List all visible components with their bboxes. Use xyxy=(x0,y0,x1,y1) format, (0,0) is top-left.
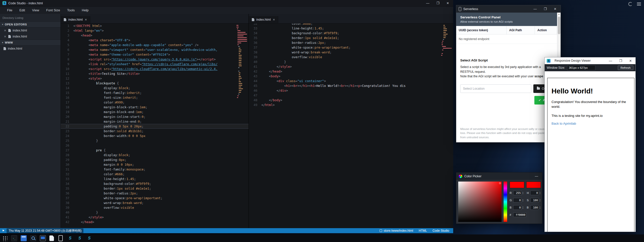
editor-pane-left[interactable]: index.html ✕ 1<!DOCTYPE html>2<html lang… xyxy=(61,14,249,228)
code-line[interactable]: 26 xyxy=(61,143,249,148)
refresh-button[interactable]: Refresh xyxy=(618,65,633,70)
code-line[interactable]: 3 <head> xyxy=(61,33,249,38)
tab-index-html[interactable]: index.html ✕ xyxy=(61,16,90,23)
maximize-icon[interactable]: ❐ xyxy=(436,2,439,5)
scroll-up-icon[interactable]: ▲ xyxy=(557,13,561,16)
code-line[interactable]: 37 white-space:pre-wrap!important; xyxy=(61,196,249,200)
code-line[interactable]: 41 </style> xyxy=(249,64,453,69)
tab-close-icon[interactable]: ✕ xyxy=(85,18,87,21)
code-line[interactable]: 21 margin-inline-end:0; xyxy=(61,119,249,124)
menu-edit[interactable]: Edit xyxy=(16,7,28,14)
maximize-icon[interactable]: ❐ xyxy=(619,59,622,62)
phone-icon[interactable] xyxy=(57,235,64,241)
close-icon[interactable]: ✕ xyxy=(4,29,7,32)
code-line[interactable]: 45 <h1><br></h1><h1>Hello World!<br></h1… xyxy=(249,83,453,88)
minimize-icon[interactable]: — xyxy=(533,7,537,11)
code-line[interactable]: 38 word-wrap:break-word; xyxy=(61,200,249,205)
hex-input[interactable] xyxy=(513,213,526,217)
tab-index-html[interactable]: index.html ✕ xyxy=(249,16,278,23)
menu-help[interactable]: Help xyxy=(78,7,92,14)
code-line[interactable]: 39 overflow:visible xyxy=(61,205,249,210)
stepper-icon[interactable]: ▴▾ xyxy=(523,191,523,194)
code-line[interactable]: 32 color:#666; xyxy=(61,172,249,177)
code-line[interactable]: 18 margin-block-start:1em; xyxy=(61,105,249,110)
codestudio-3-icon[interactable]: S xyxy=(86,235,92,241)
color-picker-titlebar[interactable]: Color Picker — xyxy=(456,172,542,180)
loading-spinner-icon[interactable] xyxy=(628,2,632,6)
code-line[interactable]: 24 border-width:0 0 0 5px xyxy=(61,133,249,138)
code-line[interactable]: 30 margin:0 0 10px; xyxy=(61,162,249,167)
remote-flag-icon[interactable]: ⚑ xyxy=(2,229,5,232)
s-hsb-input[interactable] xyxy=(530,198,539,202)
minimize-icon[interactable]: — xyxy=(426,2,429,5)
b-hsb-input[interactable] xyxy=(530,205,539,210)
saturation-value-picker[interactable] xyxy=(458,182,502,222)
code-line[interactable]: 34 background-color:#f9f9f9; xyxy=(61,181,249,186)
select-location-input[interactable] xyxy=(460,84,531,93)
minimap[interactable] xyxy=(236,24,248,98)
minimize-icon[interactable]: — xyxy=(609,59,612,62)
sidebar-item-index.html[interactable]: index.html xyxy=(0,46,60,52)
window-blue-icon[interactable] xyxy=(21,235,27,241)
code-line[interactable]: 32 color:#666; xyxy=(249,23,453,26)
code-line[interactable]: 1<!DOCTYPE html> xyxy=(61,23,249,28)
code-line[interactable]: 42 </head> xyxy=(249,69,453,74)
sidebar-item-index.html[interactable]: ✕index.html xyxy=(0,33,60,40)
code-line[interactable]: 33 line-height:1.45; xyxy=(61,177,249,181)
code-line[interactable]: 11 <title>Testing Site</title> xyxy=(61,71,249,76)
code-line[interactable]: 38 word-wrap:break-word; xyxy=(249,50,453,55)
stepper-icon[interactable]: ▴▾ xyxy=(540,206,540,209)
h-hsb-input[interactable] xyxy=(530,191,539,195)
close-icon[interactable]: ✕ xyxy=(629,59,632,62)
code-line[interactable]: 42 </head> xyxy=(61,220,249,224)
minimap[interactable] xyxy=(441,24,453,56)
menu-file[interactable]: File xyxy=(4,7,16,14)
code-line[interactable]: 8 <script src="https://code.jquery.com/j… xyxy=(61,57,249,62)
code-line[interactable]: 9 <link rel="stylesheet" href="https://c… xyxy=(61,62,249,66)
status-language[interactable]: HTML xyxy=(419,229,427,232)
back-to-aprintlab-link[interactable]: Back to Aprintlab xyxy=(551,122,630,125)
editor-pane-right[interactable]: index.html ✕ 32 color:#666;33 line-heigh… xyxy=(249,14,453,228)
tab-close-icon[interactable]: ✕ xyxy=(273,18,275,21)
code-line[interactable]: 43 <body> xyxy=(249,74,453,79)
status-file-path[interactable]: store:/www/index.html xyxy=(380,229,413,232)
code-line[interactable]: 16 font-size:inherit; xyxy=(61,95,249,100)
code-line[interactable]: 5 <meta name="apple-mobile-web-app-capab… xyxy=(61,43,249,47)
code-line[interactable]: 36 border-radius:2px; xyxy=(249,40,453,45)
code-line[interactable]: 6 <meta name="viewport" content="user-sc… xyxy=(61,47,249,52)
b-rgb-input[interactable] xyxy=(513,205,522,210)
minimize-icon[interactable]: — xyxy=(535,175,538,178)
code-line[interactable]: 10 <script src="https://cdnjs.cloudflare… xyxy=(61,66,249,71)
code-line[interactable]: 25 } xyxy=(61,138,249,143)
stepper-icon[interactable]: ▴▾ xyxy=(523,199,523,202)
sidebar-section-www[interactable]: ▾WWW xyxy=(0,40,60,46)
terminal-icon[interactable]: ›_ xyxy=(11,235,17,241)
code-line[interactable]: 35 border:1px solid #e1e1e1; xyxy=(61,186,249,191)
code-line[interactable]: 41 </style> xyxy=(61,215,249,220)
code-line[interactable]: 28 display:block; xyxy=(61,153,249,157)
code-line[interactable]: 46 </div> xyxy=(249,88,453,93)
code-line[interactable]: 15 font-family:inherit; xyxy=(61,90,249,95)
g-rgb-input[interactable] xyxy=(513,198,522,202)
close-icon[interactable]: ✕ xyxy=(446,2,449,5)
stepper-icon[interactable]: ▴▾ xyxy=(540,199,540,202)
stepper-icon[interactable]: ▴▾ xyxy=(523,206,523,209)
monitor-icon[interactable] xyxy=(40,235,46,241)
menu-icon[interactable] xyxy=(637,3,641,6)
menu-view[interactable]: View xyxy=(28,7,43,14)
close-icon[interactable]: ✕ xyxy=(4,35,7,38)
code-line[interactable]: 44 <div class="ui container"> xyxy=(249,79,453,83)
code-editor[interactable]: 1<!DOCTYPE html>2<html lang="en">3 <head… xyxy=(61,23,249,228)
stepper-icon[interactable]: ▴▾ xyxy=(540,191,540,194)
close-icon[interactable]: ✕ xyxy=(554,7,557,11)
menu-tools[interactable]: Tools xyxy=(64,7,78,14)
maximize-icon[interactable]: ❐ xyxy=(544,7,547,11)
status-app-name[interactable]: Code Studio xyxy=(433,229,449,232)
code-line[interactable]: 20 margin-inline-start:0; xyxy=(61,114,249,119)
code-line[interactable]: 35 border:1px solid #e1e1e1; xyxy=(249,36,453,40)
menu-font-size[interactable]: Font Size xyxy=(43,7,64,14)
code-line[interactable]: 48 </body> xyxy=(249,98,453,102)
code-line[interactable]: 49</html> xyxy=(249,102,453,107)
code-editor[interactable]: 32 color:#666;33 line-height:1.45;34 bac… xyxy=(249,23,453,228)
code-line[interactable]: 40 } xyxy=(61,210,249,215)
